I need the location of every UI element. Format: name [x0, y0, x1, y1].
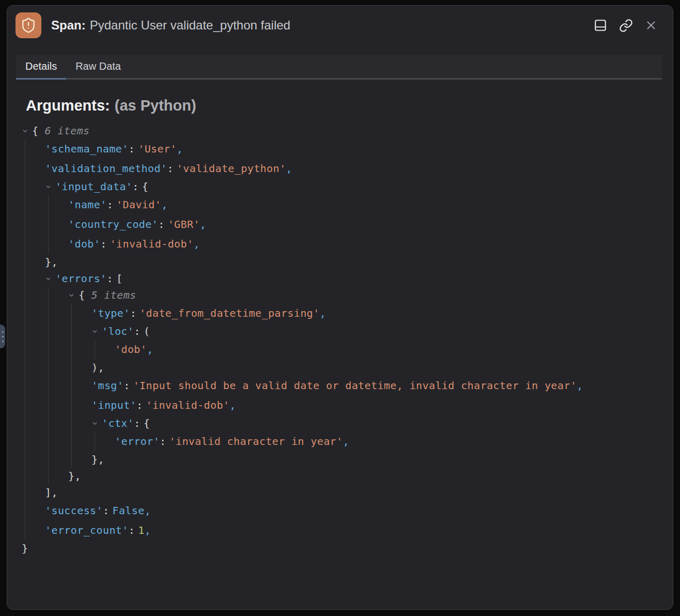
tree-comma: ,	[286, 162, 292, 175]
tree-row: 'schema_name':'User',	[45, 139, 662, 159]
tree-colon: :	[107, 198, 113, 211]
tree-value: 'invalid-dob'	[146, 399, 230, 411]
tree-row: 'dob':'invalid-dob',	[68, 234, 662, 254]
tree-node: 'name':'David',	[68, 195, 662, 214]
tree-key: 'type'	[91, 307, 130, 319]
tree-colon: :	[158, 218, 164, 230]
span-title-text: Pydantic User validate_python failed	[90, 18, 290, 32]
tree-row: 'msg':'Input should be a valid date or d…	[91, 376, 662, 395]
tree-colon: :	[107, 272, 113, 285]
tree-key: 'validation_method'	[45, 162, 167, 175]
tree-row: 'success':False,	[45, 501, 662, 520]
shield-alert-icon	[16, 12, 41, 38]
tree-colon: :	[129, 143, 135, 155]
arguments-tree: {6 items'schema_name':'User','validation…	[22, 122, 662, 557]
tree-colon: :	[129, 524, 135, 536]
tree-open-bracket: (	[144, 325, 150, 337]
tree-key: 'input_data'	[55, 180, 132, 193]
collapse-chevron-icon[interactable]	[91, 420, 102, 427]
tree-colon: :	[160, 435, 166, 448]
tree-close-bracket: },	[45, 256, 58, 268]
tree-comma: ,	[200, 218, 206, 230]
tree-close-bracket: }	[22, 542, 28, 555]
header-actions	[593, 18, 664, 33]
tree-children: 'schema_name':'User','validation_method'…	[25, 139, 662, 540]
tree-key: 'input'	[91, 399, 136, 411]
span-kind-label: Span:	[51, 18, 86, 32]
tree-colon: :	[167, 162, 173, 175]
tree-colon: :	[136, 399, 143, 411]
tree-colon: :	[100, 238, 106, 250]
tree-comma: ,	[577, 379, 583, 392]
tree-node: 'ctx':{'error':'invalid character in yea…	[91, 415, 662, 468]
tree-row: 'error':'invalid character in year',	[115, 432, 662, 451]
tree-node: {5 items'type':'date_from_datetime_parsi…	[68, 287, 662, 484]
tree-children: 'name':'David','country_code':'GBR','dob…	[48, 195, 662, 254]
dock-panel-icon[interactable]	[593, 18, 608, 33]
collapse-chevron-icon[interactable]	[22, 128, 32, 134]
tree-node: 'validation_method':'validate_python',	[45, 159, 662, 178]
tree-value: 'User'	[138, 143, 177, 155]
tree-close-bracket: },	[68, 470, 81, 482]
tree-key: 'schema_name'	[45, 143, 129, 155]
tree-row: {6 items	[22, 122, 662, 139]
tree-row: 'validation_method':'validate_python',	[45, 159, 662, 178]
details-content: Arguments:(as Python) {6 items'schema_na…	[7, 80, 673, 557]
collapse-chevron-icon[interactable]	[45, 183, 55, 190]
tree-value: 'GBR'	[168, 218, 200, 230]
tree-node: 'errors':[{5 items'type':'date_from_date…	[45, 270, 662, 501]
tree-row: 'type':'date_from_datetime_parsing',	[91, 303, 662, 323]
tree-key: 'country_code'	[68, 218, 158, 230]
tree-value: 'invalid character in year'	[169, 435, 343, 448]
tree-value: 'date_from_datetime_parsing'	[140, 307, 319, 319]
tab-details[interactable]: Details	[16, 55, 66, 78]
tree-row: 'country_code':'GBR',	[68, 214, 662, 234]
tree-close-row: }	[22, 540, 662, 557]
tree-row: 'error_count':1,	[45, 520, 662, 540]
tree-key: 'error'	[115, 435, 160, 448]
collapse-chevron-icon[interactable]	[45, 275, 55, 282]
tree-node: 'type':'date_from_datetime_parsing',	[91, 303, 662, 323]
tree-node: 'loc':('dob',),	[91, 323, 662, 376]
items-count-label: 5 items	[91, 289, 136, 301]
panel-title: Span:Pydantic User validate_python faile…	[51, 18, 290, 33]
tree-key: 'dob'	[68, 238, 100, 250]
tree-node: {6 items'schema_name':'User','validation…	[22, 122, 662, 557]
tree-row: 'input':'invalid-dob',	[91, 395, 662, 415]
tree-value: False	[112, 504, 144, 517]
tab-bar: Details Raw Data	[16, 55, 662, 80]
span-detail-panel: Span:Pydantic User validate_python faile…	[7, 5, 673, 610]
tree-colon: :	[123, 379, 130, 392]
tree-row: 'errors':[	[45, 270, 662, 287]
tree-value: 'invalid-dob'	[110, 238, 194, 250]
tree-node: 'country_code':'GBR',	[68, 214, 662, 234]
tab-raw-data[interactable]: Raw Data	[66, 55, 130, 78]
copy-link-icon[interactable]	[619, 18, 633, 33]
tree-comma: ,	[161, 198, 167, 211]
tree-value: 1	[138, 524, 144, 536]
tree-open-bracket: [	[116, 272, 122, 285]
panel-resize-handle[interactable]	[0, 325, 5, 348]
tree-colon: :	[134, 325, 140, 337]
arguments-heading: Arguments:(as Python)	[26, 97, 662, 114]
close-icon[interactable]	[644, 18, 658, 33]
tree-key: 'ctx'	[102, 417, 134, 429]
tree-node: 'dob':'invalid-dob',	[68, 234, 662, 254]
tree-node: 'error':'invalid character in year',	[115, 432, 662, 451]
tree-children: 'dob',	[95, 340, 662, 359]
tree-children: {5 items'type':'date_from_datetime_parsi…	[48, 287, 662, 484]
tree-node: 'success':False,	[45, 501, 662, 520]
tree-node: 'error_count':1,	[45, 520, 662, 540]
tree-open-bracket: {	[144, 417, 150, 429]
tree-close-row: ],	[45, 484, 662, 501]
collapse-chevron-icon[interactable]	[91, 328, 102, 335]
tree-key: 'errors'	[55, 272, 107, 285]
collapse-chevron-icon[interactable]	[68, 292, 79, 299]
tree-comma: ,	[343, 435, 349, 448]
arguments-heading-suffix: (as Python)	[115, 97, 196, 114]
tree-key: 'msg'	[91, 379, 123, 392]
tree-comma: ,	[229, 399, 236, 411]
tree-comma: ,	[145, 524, 151, 536]
tree-node: 'input_data':{'name':'David','country_co…	[45, 178, 662, 270]
tree-row: {5 items	[68, 287, 662, 303]
